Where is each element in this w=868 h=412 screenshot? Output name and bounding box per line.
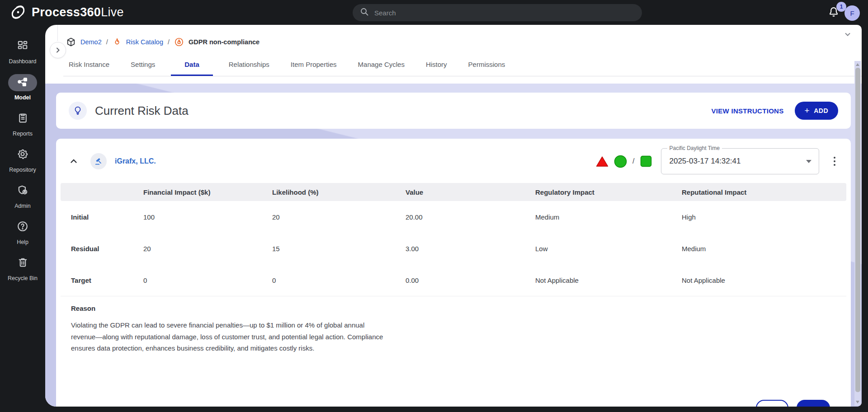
table-cell: High [682,213,846,221]
scroll-down-arrow-icon[interactable] [856,401,859,403]
cancel-button-cutoff[interactable] [756,400,788,407]
table-cell: 100 [143,213,272,221]
collapse-header-button[interactable] [844,30,852,40]
add-button[interactable]: + ADD [795,102,838,120]
reason-text: Violating the GDPR can lead to severe fi… [71,319,385,354]
tab-permissions[interactable]: Permissions [463,61,511,76]
lightbulb-icon [69,102,87,120]
sidebar-item-label: Help [17,239,28,245]
table-cell: 0 [143,276,272,284]
tab-manage-cycles[interactable]: Manage Cycles [353,61,410,76]
table-cell: 20 [143,245,272,253]
table-cell: Medium [535,213,682,221]
timestamp-dropdown[interactable]: Pacific Daylight Time 2025-03-17 14:32:4… [661,148,819,174]
sidebar-item-model[interactable]: Model [0,69,45,105]
table-cell: 15 [272,245,406,253]
sidebar-item-repository[interactable]: Repository [0,141,45,178]
table-cell: 20.00 [406,213,535,221]
sidebar-item-recycle-bin[interactable]: Recycle Bin [0,250,45,286]
row-label: Target [71,276,143,284]
reason-label: Reason [71,304,836,312]
risk-status-shapes: / [596,155,651,168]
risk-owner-link[interactable]: iGrafx, LLC. [115,157,156,165]
notifications-button[interactable]: 1 [827,6,841,19]
table-cell: 0.00 [406,276,535,284]
bell-icon [827,12,840,20]
view-instructions-link[interactable]: VIEW INSTRUCTIONS [711,107,783,115]
gear-icon [17,148,28,162]
sidebar-item-label: Reports [13,131,33,137]
column-header: Regulatory Impact [535,188,682,196]
tab-item-properties[interactable]: Item Properties [285,61,342,76]
dashboard-icon [17,40,28,53]
save-button-cutoff[interactable] [797,400,830,407]
sidebar-nav: Dashboard Model Reports Repository [0,25,45,412]
chevron-down-icon [844,30,852,38]
table-cell: 3.00 [406,245,535,253]
sidebar-item-admin[interactable]: Admin [0,178,45,214]
collapse-entry-button[interactable] [70,157,78,165]
green-square-icon [640,155,652,167]
tab-data[interactable]: Data [171,61,213,76]
breadcrumb-current: GDPR non-compliance [189,38,259,46]
flame-icon [113,37,122,47]
sidebar-item-label: Admin [14,203,30,209]
column-header: Financial Impact ($k) [143,188,272,196]
table-cell: 20 [272,213,406,221]
entry-menu-button[interactable] [832,155,838,168]
dropdown-caret-icon [806,160,811,163]
page-title: Current Risk Data [95,104,189,118]
table-cell: Medium [682,245,846,253]
top-bar: Process360Live 1 F [0,0,868,25]
table-cell: 0 [272,276,406,284]
chevron-right-icon [54,47,61,54]
process360-logo-icon [10,4,26,20]
search-input[interactable] [374,9,635,17]
row-label: Residual [71,245,143,253]
sidebar-item-dashboard[interactable]: Dashboard [0,33,45,69]
shapes-separator: / [632,157,634,165]
breadcrumb-link-risk-catalog[interactable]: Risk Catalog [126,38,163,46]
reason-section: Reason Violating the GDPR can lead to se… [61,296,846,354]
global-search[interactable] [353,4,642,21]
sidebar-item-label: Dashboard [9,58,36,65]
plus-icon: + [805,106,810,116]
tab-settings[interactable]: Settings [125,61,160,76]
user-avatar[interactable]: F [844,5,860,21]
app-logo: Process360Live [10,4,124,20]
breadcrumb-link-demo2[interactable]: Demo2 [80,38,102,46]
risk-entry-header-row: iGrafx, LLC. / Pacific Daylight Time 202… [56,148,851,175]
tab-bar: Risk Instance Settings Data Relationship… [63,54,862,76]
sidebar-item-label: Recycle Bin [8,275,38,281]
gavel-icon [90,153,107,169]
main-panel: Demo2 / Risk Catalog / GDPR non-complian… [45,25,862,407]
data-tab-content: Current Risk Data VIEW INSTRUCTIONS + AD… [45,84,862,407]
breadcrumb: Demo2 / Risk Catalog / GDPR non-complian… [45,25,862,47]
search-icon [360,7,369,18]
tab-risk-instance[interactable]: Risk Instance [63,61,115,76]
tab-history[interactable]: History [420,61,453,76]
table-cell: Not Applicable [535,276,682,284]
timestamp-value: 2025-03-17 14:32:41 [661,157,741,166]
risk-values-table: Financial Impact ($k) Likelihood (%) Val… [61,183,846,296]
reports-icon [17,112,28,125]
model-icon [17,76,28,89]
sidebar-item-reports[interactable]: Reports [0,105,45,141]
app-title: Process360Live [32,5,124,19]
tab-relationships[interactable]: Relationships [223,61,275,76]
table-row: Residual 20 15 3.00 Low Medium [61,233,846,264]
vertical-scrollbar[interactable] [854,61,861,406]
trash-icon [17,257,28,270]
column-header: Value [406,188,535,196]
column-header: Likelihood (%) [272,188,406,196]
panel-divider [57,25,58,41]
sidebar-item-help[interactable]: Help [0,214,45,250]
scroll-up-arrow-icon[interactable] [856,63,859,66]
help-icon [17,220,28,234]
risk-data-card: iGrafx, LLC. / Pacific Daylight Time 202… [56,139,851,407]
expand-panel-button[interactable] [50,42,66,58]
breadcrumb-separator: / [168,38,170,46]
table-row: Initial 100 20 20.00 Medium High [61,201,846,233]
scrollbar-thumb[interactable] [855,68,860,392]
breadcrumb-separator: / [106,38,108,46]
